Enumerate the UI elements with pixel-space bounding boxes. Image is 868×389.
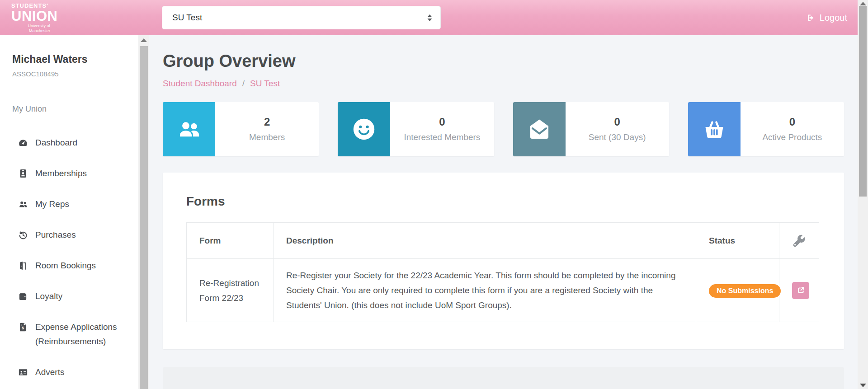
table-row: Re-Registration Form 22/23 Re-Register y…	[187, 259, 819, 322]
select-stepper-icon	[426, 13, 433, 23]
users-icon	[18, 199, 28, 209]
breadcrumb-separator: /	[242, 79, 245, 89]
stat-card-active-products: 0 Active Products	[688, 102, 844, 156]
group-select-value: SU Test	[172, 13, 202, 23]
sidebar-item-memberships[interactable]: Memberships	[12, 166, 134, 181]
svg-text:$: $	[22, 326, 24, 330]
logo-line-university: University of	[11, 24, 50, 28]
stat-body: 0 Interested Members	[390, 102, 494, 156]
page-title: Group Overview	[163, 51, 844, 71]
stat-card-members: 2 Members	[163, 102, 319, 156]
sidebar-section-label: My Union	[12, 104, 134, 114]
form-action-cell	[779, 259, 819, 322]
sidebar-scrollbar[interactable]	[138, 35, 149, 389]
students-union-logo: STUDENTS' UNION University of Manchester	[11, 3, 66, 33]
sidebar-nav: Dashboard Memberships My Reps Purchases …	[12, 136, 134, 380]
sidebar-item-expense-applications[interactable]: $ Expense Applications (Reimbursements)	[12, 320, 134, 349]
sidebar-item-label: Dashboard	[35, 136, 77, 150]
users-icon	[163, 102, 215, 156]
breadcrumb-su-test[interactable]: SU Test	[250, 79, 280, 89]
main-scrollbar[interactable]	[858, 0, 868, 389]
breadcrumb: Student Dashboard / SU Test	[163, 79, 844, 89]
door-open-icon	[18, 261, 28, 271]
status-badge: No Submissions	[709, 284, 781, 298]
user-name: Michael Waters	[12, 52, 134, 66]
stat-value: 0	[614, 116, 620, 128]
sidebar-item-label: Adverts	[35, 365, 64, 380]
external-link-icon	[796, 286, 806, 295]
sign-out-icon	[806, 13, 816, 23]
stat-body: 2 Members	[215, 102, 319, 156]
group-select[interactable]: SU Test	[162, 6, 441, 29]
stat-label: Interested Members	[404, 132, 480, 143]
main-scrollbar-thumb[interactable]	[859, 6, 867, 197]
column-header-tools	[779, 223, 819, 259]
scroll-up-icon[interactable]	[860, 2, 866, 5]
stat-label: Active Products	[762, 132, 822, 143]
scroll-down-icon[interactable]	[860, 384, 866, 387]
sidebar-item-adverts[interactable]: Adverts	[12, 365, 134, 380]
shopping-basket-icon	[688, 102, 741, 156]
form-name-cell: Re-Registration Form 22/23	[187, 259, 274, 322]
form-description-cell: Re-Register your Society for the 22/23 A…	[274, 259, 696, 322]
main-content: Group Overview Student Dashboard / SU Te…	[149, 35, 858, 389]
open-form-button[interactable]	[792, 282, 809, 299]
stat-body: 0 Sent (30 Days)	[566, 102, 669, 156]
stat-value: 0	[789, 116, 795, 128]
form-status-cell: No Submissions	[696, 259, 779, 322]
next-section-card	[163, 367, 844, 389]
breadcrumb-student-dashboard[interactable]: Student Dashboard	[163, 79, 237, 89]
forms-table: Form Description Status Re-Registration …	[186, 222, 819, 322]
stat-label: Members	[249, 132, 285, 143]
user-id: ASSOC108495	[12, 70, 134, 79]
sidebar-item-label: Purchases	[35, 228, 76, 242]
top-header: STUDENTS' UNION University of Manchester…	[0, 0, 868, 35]
column-header-form: Form	[187, 223, 274, 259]
sidebar-item-label: Expense Applications (Reimbursements)	[35, 320, 134, 349]
envelope-open-icon	[513, 102, 566, 156]
invoice-dollar-icon: $	[18, 322, 28, 332]
sidebar-item-label: Room Bookings	[35, 258, 96, 273]
logout-button[interactable]: Logout	[806, 13, 847, 23]
stat-label: Sent (30 Days)	[589, 132, 646, 143]
table-header-row: Form Description Status	[187, 223, 819, 259]
stats-row: 2 Members 0 Interested Members 0 Sent (3…	[163, 102, 844, 156]
logo-line-manchester: Manchester	[11, 29, 50, 33]
column-header-description: Description	[274, 223, 696, 259]
column-header-status: Status	[696, 223, 779, 259]
stat-value: 0	[439, 116, 445, 128]
forms-card: Forms Form Description Status Re-Reg	[163, 173, 844, 349]
scroll-up-icon[interactable]	[141, 38, 147, 42]
smile-icon	[338, 102, 390, 156]
logo-line-students: STUDENTS'	[11, 3, 66, 9]
address-card-icon	[18, 367, 28, 377]
sidebar-item-loyalty[interactable]: Loyalty	[12, 289, 134, 304]
sidebar: Michael Waters ASSOC108495 My Union Dash…	[0, 35, 138, 389]
gauge-icon	[18, 138, 28, 148]
wrench-icon	[792, 234, 806, 248]
sidebar-item-my-reps[interactable]: My Reps	[12, 197, 134, 211]
stat-card-sent-30-days: 0 Sent (30 Days)	[513, 102, 669, 156]
sidebar-item-label: Memberships	[35, 166, 87, 181]
logo-line-union: UNION	[11, 9, 66, 23]
sidebar-item-purchases[interactable]: Purchases	[12, 228, 134, 242]
next-section-card-header	[163, 367, 844, 389]
forms-title: Forms	[186, 194, 819, 209]
stat-value: 2	[264, 116, 270, 128]
sidebar-item-label: My Reps	[35, 197, 69, 211]
stat-body: 0 Active Products	[741, 102, 844, 156]
sidebar-item-label: Loyalty	[35, 289, 62, 304]
wallet-icon	[18, 291, 28, 301]
stat-card-interested-members: 0 Interested Members	[338, 102, 494, 156]
sidebar-item-dashboard[interactable]: Dashboard	[12, 136, 134, 150]
sidebar-item-room-bookings[interactable]: Room Bookings	[12, 258, 134, 273]
id-badge-icon	[18, 169, 28, 178]
sidebar-scrollbar-thumb[interactable]	[140, 46, 148, 389]
history-icon	[18, 230, 28, 240]
logout-label: Logout	[820, 13, 847, 23]
